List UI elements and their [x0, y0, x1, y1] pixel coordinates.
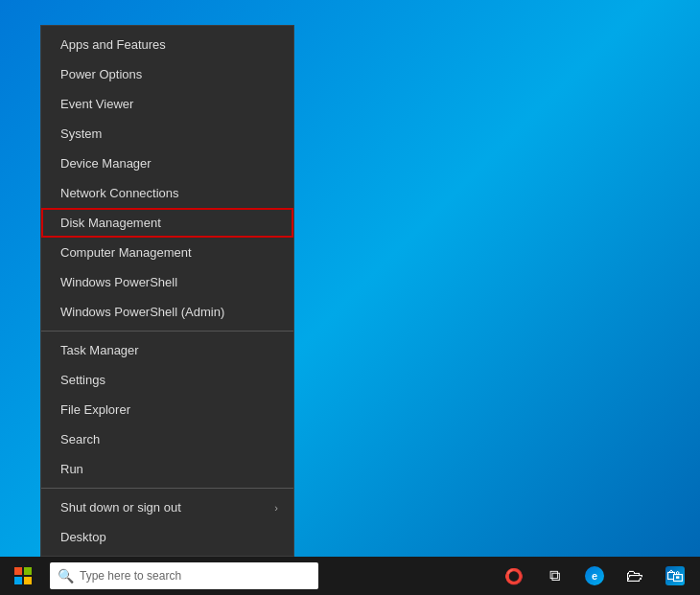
menu-item-device-manager[interactable]: Device Manager — [41, 149, 293, 178]
menu-item-label-desktop: Desktop — [60, 530, 106, 544]
file-explorer-button[interactable]: 🗁 — [618, 559, 652, 593]
menu-item-file-explorer[interactable]: File Explorer — [41, 395, 293, 424]
menu-item-label-power-options: Power Options — [60, 67, 142, 81]
menu-item-label-run: Run — [60, 462, 83, 476]
menu-item-label-apps-features: Apps and Features — [60, 37, 166, 52]
search-placeholder: Type here to search — [80, 569, 181, 583]
menu-item-label-system: System — [60, 126, 102, 141]
menu-item-search[interactable]: Search — [41, 424, 293, 454]
store-button[interactable]: 🛍 — [658, 559, 692, 593]
search-icon: 🔍 — [58, 568, 74, 584]
task-view-icon: ⧉ — [549, 567, 560, 584]
windows-logo-icon — [14, 567, 32, 584]
store-icon: 🛍 — [665, 566, 685, 585]
menu-item-settings[interactable]: Settings — [41, 365, 293, 395]
menu-item-network-connections[interactable]: Network Connections — [41, 178, 293, 208]
file-explorer-icon: 🗁 — [626, 566, 643, 586]
menu-item-power-options[interactable]: Power Options — [41, 59, 293, 89]
menu-item-task-manager[interactable]: Task Manager — [41, 335, 293, 365]
cortana-button[interactable]: ⭕ — [497, 559, 531, 593]
menu-item-windows-powershell-admin[interactable]: Windows PowerShell (Admin) — [41, 297, 293, 327]
menu-item-label-file-explorer: File Explorer — [60, 402, 130, 417]
menu-item-label-device-manager: Device Manager — [60, 156, 152, 171]
taskbar: 🔍 Type here to search ⭕ ⧉ e 🗁 🛍 — [0, 557, 700, 595]
menu-item-computer-management[interactable]: Computer Management — [41, 238, 293, 267]
menu-item-event-viewer[interactable]: Event Viewer — [41, 89, 293, 119]
menu-item-label-search: Search — [60, 432, 100, 446]
menu-item-label-shut-down-sign-out: Shut down or sign out — [60, 500, 181, 515]
menu-item-label-task-manager: Task Manager — [60, 343, 139, 357]
cortana-icon: ⭕ — [504, 567, 524, 585]
start-button[interactable] — [0, 557, 46, 595]
taskbar-search-box[interactable]: 🔍 Type here to search — [50, 562, 318, 589]
menu-item-label-computer-management: Computer Management — [60, 245, 192, 260]
desktop: Apps and FeaturesPower OptionsEvent View… — [0, 0, 700, 595]
menu-item-label-windows-powershell-admin: Windows PowerShell (Admin) — [60, 305, 224, 319]
menu-item-label-event-viewer: Event Viewer — [60, 97, 133, 111]
menu-divider — [41, 331, 293, 332]
edge-button[interactable]: e — [577, 559, 612, 593]
menu-item-label-network-connections: Network Connections — [60, 186, 179, 200]
edge-icon: e — [585, 566, 604, 585]
task-view-button[interactable]: ⧉ — [537, 559, 572, 593]
menu-item-shut-down-sign-out[interactable]: Shut down or sign out› — [41, 492, 293, 522]
menu-item-system[interactable]: System — [41, 119, 293, 149]
menu-item-label-windows-powershell: Windows PowerShell — [60, 275, 177, 289]
menu-item-apps-features[interactable]: Apps and Features — [41, 30, 293, 59]
menu-item-desktop[interactable]: Desktop — [41, 522, 293, 552]
menu-item-run[interactable]: Run — [41, 454, 293, 484]
taskbar-icons: ⭕ ⧉ e 🗁 🛍 — [497, 559, 700, 593]
menu-item-disk-management[interactable]: Disk Management — [41, 208, 293, 238]
menu-item-windows-powershell[interactable]: Windows PowerShell — [41, 267, 293, 297]
context-menu: Apps and FeaturesPower OptionsEvent View… — [40, 25, 294, 557]
chevron-right-icon: › — [274, 502, 278, 514]
menu-item-label-settings: Settings — [60, 373, 105, 387]
menu-item-label-disk-management: Disk Management — [60, 216, 161, 230]
menu-divider — [41, 488, 293, 489]
